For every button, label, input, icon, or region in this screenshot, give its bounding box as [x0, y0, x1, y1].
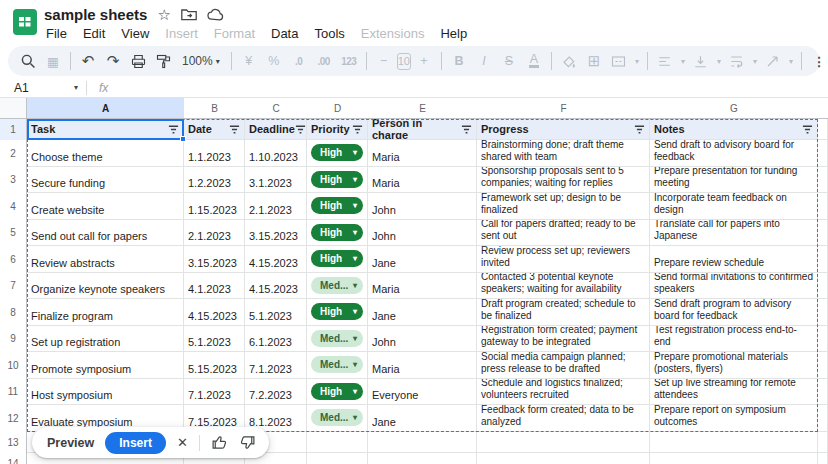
font-size-field[interactable]: 10 [397, 53, 411, 70]
filter-icon[interactable] [168, 124, 179, 135]
cell-task[interactable]: Choose theme [27, 140, 184, 167]
menu-data[interactable]: Data [263, 24, 306, 43]
priority-dropdown[interactable]: Med...▾ [311, 409, 363, 426]
cell-task[interactable]: Promote symposium [27, 352, 184, 379]
sheets-logo-icon[interactable] [12, 9, 38, 35]
cell-progress[interactable]: Brainstorming done; draft theme shared w… [477, 140, 650, 167]
document-title[interactable]: sample sheets [44, 6, 147, 23]
priority-dropdown[interactable]: High▾ [311, 171, 363, 188]
cell-task[interactable]: Secure funding [27, 167, 184, 194]
search-icon[interactable] [16, 49, 40, 73]
cell-priority[interactable]: Med...▾ [307, 405, 368, 432]
fill-color-icon[interactable] [557, 49, 581, 73]
filter-icon[interactable] [802, 124, 813, 135]
star-icon[interactable]: ☆ [157, 7, 170, 22]
more-options-icon[interactable]: ⋮ [807, 49, 828, 73]
cell-empty[interactable] [818, 246, 828, 273]
cell-person[interactable]: Maria [368, 273, 477, 300]
header-cell-progress[interactable]: Progress [477, 119, 650, 140]
column-header-h[interactable] [818, 98, 828, 119]
cell-progress[interactable]: Registration form created; payment gatew… [477, 326, 650, 353]
cell-notes[interactable]: Prepare report on symposium outcomes [650, 405, 818, 432]
cell-person[interactable]: Maria [368, 352, 477, 379]
cell-empty[interactable] [818, 379, 828, 406]
row-header-12[interactable]: 12 [0, 405, 27, 432]
cell-empty[interactable] [307, 453, 368, 464]
move-folder-icon[interactable] [181, 7, 197, 21]
cell-notes[interactable]: Send draft to advisory board for feedbac… [650, 140, 818, 167]
cell-deadline[interactable]: 7.1.2023 [245, 352, 307, 379]
borders-icon[interactable]: ⊞ [582, 49, 606, 73]
cell-progress[interactable]: Draft program created; schedule to be fi… [477, 299, 650, 326]
cell-empty[interactable] [818, 167, 828, 194]
chevron-down-icon[interactable]: ▾ [632, 49, 642, 73]
cell-empty[interactable] [818, 273, 828, 300]
priority-dropdown[interactable]: High▾ [311, 250, 363, 267]
cell-date[interactable]: 4.1.2023 [184, 273, 245, 300]
cell-progress[interactable]: Schedule and logistics finalized; volunt… [477, 379, 650, 406]
cell-task[interactable]: Send out call for papers [27, 220, 184, 247]
cell-person[interactable]: Everyone [368, 379, 477, 406]
cell-empty[interactable] [818, 432, 828, 453]
cell-progress[interactable]: Social media campaign planned; press rel… [477, 352, 650, 379]
cell-deadline[interactable]: 3.15.2023 [245, 220, 307, 247]
cell-person[interactable]: Jane [368, 299, 477, 326]
row-header-13[interactable]: 13 [0, 432, 27, 453]
chevron-down-icon[interactable]: ▾ [714, 49, 724, 73]
column-header-f[interactable]: F [477, 98, 650, 119]
merge-cells-icon[interactable] [607, 49, 631, 73]
cell-person[interactable]: John [368, 193, 477, 220]
cell-notes[interactable]: Test registration process end-to-end [650, 326, 818, 353]
chevron-down-icon[interactable]: ▾ [74, 83, 78, 92]
cell-empty[interactable] [818, 299, 828, 326]
cell-empty[interactable] [818, 193, 828, 220]
cell-priority[interactable]: High▾ [307, 246, 368, 273]
cloud-status-icon[interactable] [207, 8, 224, 21]
cell-notes[interactable]: Translate call for papers into Japanese [650, 220, 818, 247]
cell-task[interactable]: Organize keynote speakers [27, 273, 184, 300]
cell-empty[interactable] [818, 119, 828, 140]
filter-icon[interactable] [295, 124, 306, 135]
filter-icon[interactable] [634, 124, 645, 135]
cell-priority[interactable]: High▾ [307, 299, 368, 326]
cell-date[interactable]: 1.2.2023 [184, 167, 245, 194]
decrease-decimal-icon[interactable]: .0 [287, 49, 311, 73]
cell-empty[interactable] [818, 405, 828, 432]
cell-priority[interactable]: Med...▾ [307, 273, 368, 300]
cell-progress[interactable]: Call for papers drafted; ready to be sen… [477, 220, 650, 247]
cell-person[interactable]: Maria [368, 140, 477, 167]
cell-task[interactable]: Finalize program [27, 299, 184, 326]
thumbs-down-icon[interactable] [239, 434, 256, 451]
header-cell-task[interactable]: Task [27, 119, 184, 140]
cell-notes[interactable]: Prepare review schedule [650, 246, 818, 273]
cell-priority[interactable]: High▾ [307, 193, 368, 220]
cell-deadline[interactable]: 6.1.2023 [245, 326, 307, 353]
chevron-down-icon[interactable]: ▾ [786, 49, 796, 73]
column-header-d[interactable]: D [307, 98, 368, 119]
row-header-14[interactable]: 14 [0, 453, 27, 464]
header-cell-deadline[interactable]: Deadline [245, 119, 307, 140]
cell-priority[interactable]: High▾ [307, 379, 368, 406]
strikethrough-icon[interactable]: S [497, 49, 521, 73]
cell-priority[interactable]: High▾ [307, 140, 368, 167]
filter-icon[interactable] [229, 124, 240, 135]
name-box[interactable]: A1 ▾ [0, 81, 86, 95]
priority-dropdown[interactable]: Med...▾ [311, 277, 363, 294]
menu-insert[interactable]: Insert [157, 24, 206, 43]
header-cell-notes[interactable]: Notes [650, 119, 818, 140]
increase-font-size-icon[interactable]: + [412, 49, 436, 73]
row-header-5[interactable]: 5 [0, 220, 27, 247]
cell-priority[interactable]: Med...▾ [307, 326, 368, 353]
row-header-1[interactable]: 1 [0, 119, 27, 140]
chevron-down-icon[interactable]: ▾ [678, 49, 688, 73]
cell-deadline[interactable]: 4.15.2023 [245, 273, 307, 300]
cell-person[interactable]: Jane [368, 246, 477, 273]
cell-date[interactable]: 1.1.2023 [184, 140, 245, 167]
print-icon[interactable] [126, 49, 150, 73]
header-cell-priority[interactable]: Priority [307, 119, 368, 140]
cell-task[interactable]: Review abstracts [27, 246, 184, 273]
column-header-b[interactable]: B [184, 98, 245, 119]
cell-empty[interactable] [477, 453, 650, 464]
cell-deadline[interactable]: 5.1.2023 [245, 299, 307, 326]
menu-view[interactable]: View [113, 24, 157, 43]
